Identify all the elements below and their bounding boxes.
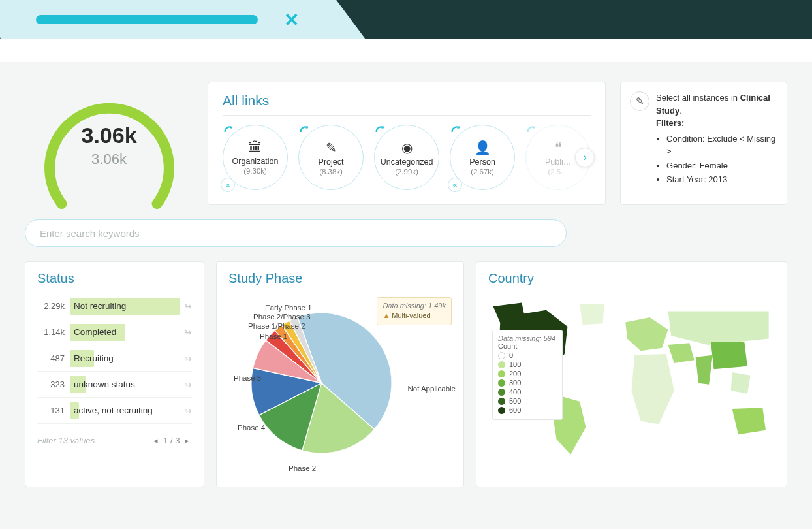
map-legend-title: Count bbox=[498, 342, 555, 350]
link-type-icon: 👤 bbox=[475, 140, 491, 155]
share-icon: ∝ bbox=[221, 178, 235, 192]
status-row[interactable]: 323unknown status↬ bbox=[37, 372, 192, 398]
gauge-card: 3.06k 3.06k bbox=[25, 82, 193, 205]
refresh-arrow-icon bbox=[525, 124, 539, 138]
link-label: Person bbox=[469, 157, 495, 167]
country-panel: Country bbox=[476, 261, 787, 487]
filter-item: Start Year: 2013 bbox=[666, 173, 776, 186]
gauge-subvalue: 3.06k bbox=[39, 151, 180, 168]
link-count: (8.38k) bbox=[319, 168, 343, 176]
refresh-arrow-icon bbox=[373, 124, 388, 138]
status-link-icon[interactable]: ↬ bbox=[184, 327, 192, 338]
legend-row: 300 bbox=[498, 379, 555, 387]
close-icon[interactable]: ✕ bbox=[284, 9, 299, 31]
status-prev-page[interactable]: ◂ bbox=[151, 436, 161, 445]
status-row[interactable]: 131active, not recruiting↬ bbox=[37, 398, 192, 424]
status-label: unknown status bbox=[70, 379, 135, 389]
pie-label-p23: Phase 2/Phase 3 bbox=[253, 313, 311, 321]
status-link-icon[interactable]: ↬ bbox=[184, 406, 192, 416]
pie-label-ep1: Early Phase 1 bbox=[265, 304, 312, 312]
filters-heading: Filters: bbox=[656, 118, 684, 128]
link-type-icon: ✎ bbox=[326, 140, 337, 155]
country-title: Country bbox=[488, 271, 775, 293]
status-count: 323 bbox=[37, 379, 65, 389]
study-phase-panel: Study Phase Data missing: 1.49k ▲Multi-v… bbox=[216, 261, 464, 487]
status-label: Recruiting bbox=[70, 353, 114, 363]
pie-label-p1: Phase 1 bbox=[260, 332, 287, 340]
status-link-icon[interactable]: ↬ bbox=[184, 353, 192, 364]
link-label: Publi… bbox=[545, 157, 571, 167]
legend-row: 600 bbox=[498, 406, 555, 414]
link-type-icon: ◉ bbox=[401, 140, 413, 155]
filter-item: Gender: Female bbox=[666, 159, 776, 172]
link-bubble-project[interactable]: ✎Project(8.38k) bbox=[298, 125, 364, 190]
pie-label-p4: Phase 4 bbox=[238, 424, 265, 432]
link-count: (2.5… bbox=[548, 168, 568, 176]
wand-icon: ✎ bbox=[630, 91, 649, 111]
pie-label-na: Not Applicable bbox=[407, 385, 456, 393]
link-label: Project bbox=[319, 157, 344, 167]
status-link-icon[interactable]: ↬ bbox=[184, 379, 192, 390]
legend-row: 400 bbox=[498, 388, 555, 396]
status-count: 487 bbox=[37, 353, 65, 363]
share-icon: ∝ bbox=[448, 178, 462, 192]
study-phase-title: Study Phase bbox=[228, 271, 452, 293]
status-label: active, not recruiting bbox=[70, 406, 153, 415]
filters-card: ✎ Select all instances in Clinical Study… bbox=[620, 82, 787, 205]
link-count: (9.30k) bbox=[243, 167, 267, 175]
map-legend: Data missing: 594 Count 0100200300400500… bbox=[492, 330, 563, 420]
pie-label-p3: Phase 3 bbox=[234, 374, 261, 382]
status-row[interactable]: 1.14kCompleted↬ bbox=[37, 319, 192, 345]
status-title: Status bbox=[37, 271, 192, 293]
status-label: Completed bbox=[70, 327, 116, 337]
status-label: Not recruiting bbox=[70, 301, 126, 311]
legend-row: 200 bbox=[498, 370, 555, 377]
legend-row: 500 bbox=[498, 397, 555, 405]
status-row[interactable]: 487Recruiting↬ bbox=[37, 345, 192, 372]
link-type-icon: 🏛 bbox=[249, 140, 262, 155]
page-body: 3.06k 3.06k All links 🏛Organization(9.30… bbox=[0, 62, 812, 529]
links-next-button[interactable]: › bbox=[575, 148, 595, 167]
refresh-arrow-icon bbox=[298, 124, 312, 138]
all-links-title: All links bbox=[223, 93, 591, 116]
link-count: (2.67k) bbox=[471, 168, 494, 176]
status-page-indicator: 1 / 3 bbox=[163, 436, 180, 445]
pie-label-p2: Phase 2 bbox=[289, 464, 316, 472]
status-filter-placeholder[interactable]: Filter 13 values bbox=[37, 436, 95, 445]
status-count: 1.14k bbox=[37, 327, 65, 337]
link-bubble-person[interactable]: 👤Person(2.67k)∝ bbox=[450, 125, 515, 190]
refresh-arrow-icon bbox=[222, 124, 236, 138]
phase-missing: Data missing: 1.49k bbox=[383, 301, 446, 311]
status-next-page[interactable]: ▸ bbox=[182, 436, 192, 445]
link-label: Organization bbox=[232, 157, 279, 166]
filters-intro-prefix: Select all instances in bbox=[656, 93, 740, 103]
tab-title-placeholder bbox=[36, 15, 258, 24]
filters-list: Condition: Exclude < Missing > Gender: F… bbox=[656, 133, 776, 186]
link-bubble-organization[interactable]: 🏛Organization(9.30k)∝ bbox=[223, 125, 288, 190]
map-missing: Data missing: 594 bbox=[498, 334, 555, 342]
chevron-right-icon: › bbox=[583, 151, 587, 164]
link-type-icon: ❝ bbox=[555, 140, 562, 155]
legend-row: 100 bbox=[498, 361, 555, 368]
status-link-icon[interactable]: ↬ bbox=[184, 301, 192, 312]
all-links-card: All links 🏛Organization(9.30k)∝✎Project(… bbox=[208, 82, 606, 205]
status-count: 131 bbox=[37, 406, 65, 415]
pie-label-p12: Phase 1/Phase 2 bbox=[248, 322, 305, 330]
tab-bar: ✕ bbox=[0, 0, 812, 39]
status-count: 2.29k bbox=[37, 301, 65, 311]
active-tab[interactable]: ✕ bbox=[0, 0, 366, 39]
link-label: Uncategorized bbox=[381, 157, 433, 167]
gauge-value: 3.06k bbox=[39, 123, 180, 148]
filter-item: Condition: Exclude < Missing > bbox=[666, 133, 776, 158]
status-panel: Status 2.29kNot recruiting↬1.14kComplete… bbox=[25, 261, 204, 487]
link-bubble-uncategorized[interactable]: ◉Uncategorized(2.99k) bbox=[374, 125, 439, 190]
refresh-arrow-icon bbox=[449, 124, 463, 138]
status-row[interactable]: 2.29kNot recruiting↬ bbox=[37, 293, 192, 319]
link-count: (2.99k) bbox=[395, 168, 418, 176]
legend-row: 0 bbox=[498, 351, 555, 359]
